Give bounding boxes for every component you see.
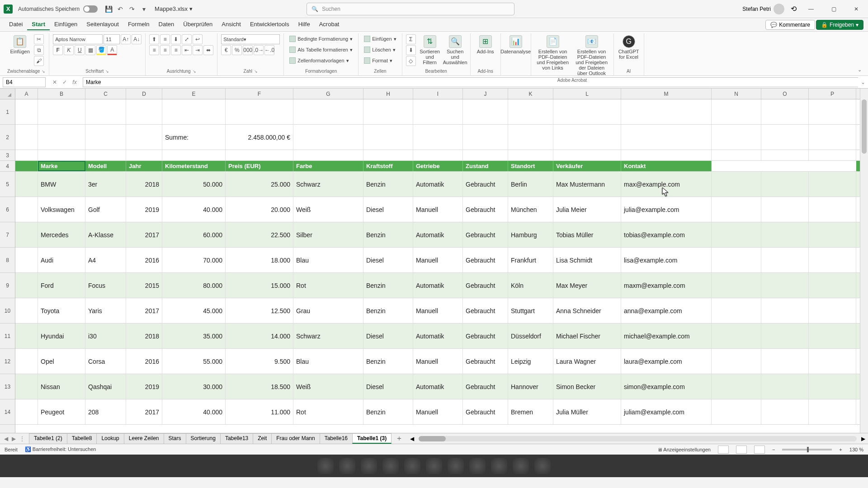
cell-modell[interactable]: i30 <box>85 324 126 348</box>
cell-preis[interactable]: 11.000 <box>226 399 293 424</box>
cell-kontakt[interactable]: laura@example.com <box>621 349 712 374</box>
row-header-9[interactable]: 9 <box>0 273 15 298</box>
cell-kraftstoff[interactable]: Diesel <box>363 324 413 348</box>
ribbon-tab-formeln[interactable]: Formeln <box>123 19 154 30</box>
sheet-tab[interactable]: Tabelle1 (2) <box>29 433 67 444</box>
cell[interactable] <box>712 150 761 160</box>
cell-getriebe[interactable]: Automatik <box>413 172 463 197</box>
cell-standort[interactable]: München <box>508 197 553 222</box>
cell-kraftstoff[interactable]: Diesel <box>363 197 413 222</box>
acrobat-share-outlook-button[interactable]: 📧Erstellen von PDF-Dateien und Freigeben… <box>574 34 610 77</box>
cell-kontakt[interactable]: anna@example.com <box>621 298 712 323</box>
cell[interactable] <box>15 324 38 348</box>
row-header-3[interactable]: 3 <box>0 150 15 161</box>
cell-modell[interactable]: A-Klasse <box>85 222 126 247</box>
cells-insert-button[interactable]: Einfügen ▾ <box>362 34 398 43</box>
cell-marke[interactable]: Hyundai <box>38 324 85 348</box>
cell-verkaufer[interactable]: Max Mustermann <box>553 172 621 197</box>
column-header-F[interactable]: F <box>226 89 293 99</box>
cell[interactable] <box>761 349 809 374</box>
align-right-icon[interactable]: ≡ <box>171 45 181 55</box>
cell-kontakt[interactable]: lisa@example.com <box>621 248 712 272</box>
cell[interactable] <box>363 99 413 124</box>
cell[interactable] <box>712 222 761 247</box>
autosum-icon[interactable]: Σ <box>406 34 416 44</box>
cell[interactable] <box>126 150 162 160</box>
sheet-tab[interactable]: Tabelle8 <box>67 433 97 444</box>
cell-preis[interactable]: 18.500 <box>226 374 293 399</box>
cell-jahr[interactable]: 2017 <box>126 222 162 247</box>
cell-preis[interactable]: 22.500 <box>226 222 293 247</box>
taskbar-app-icon[interactable] <box>469 458 486 474</box>
cell-standort[interactable]: Berlin <box>508 172 553 197</box>
align-left-icon[interactable]: ≡ <box>149 45 159 55</box>
cell-preis[interactable]: 12.500 <box>226 298 293 323</box>
cell-farbe[interactable]: Rot <box>293 273 363 298</box>
cell-getriebe[interactable]: Manuell <box>413 399 463 424</box>
cell[interactable] <box>761 222 809 247</box>
row-header-5[interactable]: 5 <box>0 172 15 197</box>
cell[interactable] <box>761 324 809 348</box>
cell[interactable] <box>761 161 809 171</box>
column-header-N[interactable]: N <box>712 89 761 99</box>
cell[interactable] <box>712 161 761 171</box>
cell[interactable] <box>712 324 761 348</box>
cell[interactable] <box>413 99 463 124</box>
expand-formula-bar-icon[interactable]: ⌄ <box>858 79 868 85</box>
cell-km[interactable]: 45.000 <box>162 298 226 323</box>
cell[interactable] <box>712 399 761 424</box>
cell[interactable] <box>508 150 553 160</box>
sheet-tab[interactable]: Tabelle1 (3) <box>352 433 392 444</box>
cell-farbe[interactable]: Silber <box>293 222 363 247</box>
cell-farbe[interactable]: Weiß <box>293 197 363 222</box>
decrease-indent-icon[interactable]: ⇤ <box>182 45 192 55</box>
cell-standort[interactable]: Bremen <box>508 399 553 424</box>
zoom-in-icon[interactable]: + <box>839 447 842 452</box>
cell[interactable] <box>38 125 85 150</box>
number-format-combo[interactable]: Standard ▾ <box>221 34 280 44</box>
cell-styles-button[interactable]: Zellenformatvorlagen ▾ <box>288 56 354 65</box>
cell[interactable] <box>712 172 761 197</box>
cell[interactable] <box>15 172 38 197</box>
cell-jahr[interactable]: 2019 <box>126 374 162 399</box>
cell-zustand[interactable]: Gebraucht <box>463 399 508 424</box>
filename[interactable]: Mappe3.xlsx▾ <box>155 5 193 12</box>
cell-km[interactable]: 60.000 <box>162 222 226 247</box>
table-header-cell[interactable]: Getriebe <box>413 161 463 171</box>
sync-icon[interactable]: ⟲ <box>791 5 797 13</box>
cell-kontakt[interactable]: juliam@example.com <box>621 399 712 424</box>
find-select-button[interactable]: 🔍Suchen und Auswählen <box>444 34 467 66</box>
cell-zustand[interactable]: Gebraucht <box>463 349 508 374</box>
cell[interactable] <box>293 99 363 124</box>
table-header-cell[interactable]: Farbe <box>293 161 363 171</box>
increase-decimal-icon[interactable]: .0→ <box>254 45 264 55</box>
cell-km[interactable]: 70.000 <box>162 248 226 272</box>
vertical-scrollbar[interactable] <box>860 89 868 433</box>
taskbar-app-icon[interactable] <box>491 458 507 474</box>
cells-format-button[interactable]: Format ▾ <box>362 56 398 65</box>
column-header-O[interactable]: O <box>761 89 809 99</box>
cell-farbe[interactable]: Schwarz <box>293 172 363 197</box>
cell[interactable] <box>226 99 293 124</box>
ribbon-tab-hilfe[interactable]: Hilfe <box>294 19 315 30</box>
cell-zustand[interactable]: Gebraucht <box>463 374 508 399</box>
sheet-nav-first-icon[interactable]: ◀ <box>3 436 9 442</box>
cell[interactable] <box>809 222 856 247</box>
column-header-I[interactable]: I <box>413 89 463 99</box>
view-page-layout-icon[interactable] <box>736 446 747 454</box>
ribbon-tab-entwicklertools[interactable]: Entwicklertools <box>245 19 294 30</box>
horizontal-scrollbar[interactable]: ◀▶ <box>407 436 868 442</box>
cell-km[interactable]: 30.000 <box>162 374 226 399</box>
cell-getriebe[interactable]: Manuell <box>413 298 463 323</box>
cell-verkaufer[interactable]: Anna Schneider <box>553 298 621 323</box>
align-bottom-icon[interactable]: ⬇ <box>171 34 181 44</box>
view-normal-icon[interactable] <box>718 446 729 454</box>
autosave-toggle[interactable] <box>83 5 98 13</box>
cell[interactable] <box>15 99 38 124</box>
cell[interactable] <box>15 399 38 424</box>
ribbon-tab-acrobat[interactable]: Acrobat <box>315 19 344 30</box>
cell-preis[interactable]: 18.000 <box>226 248 293 272</box>
row-header-7[interactable]: 7 <box>0 222 15 248</box>
cell[interactable] <box>621 125 712 150</box>
cell[interactable] <box>712 273 761 298</box>
